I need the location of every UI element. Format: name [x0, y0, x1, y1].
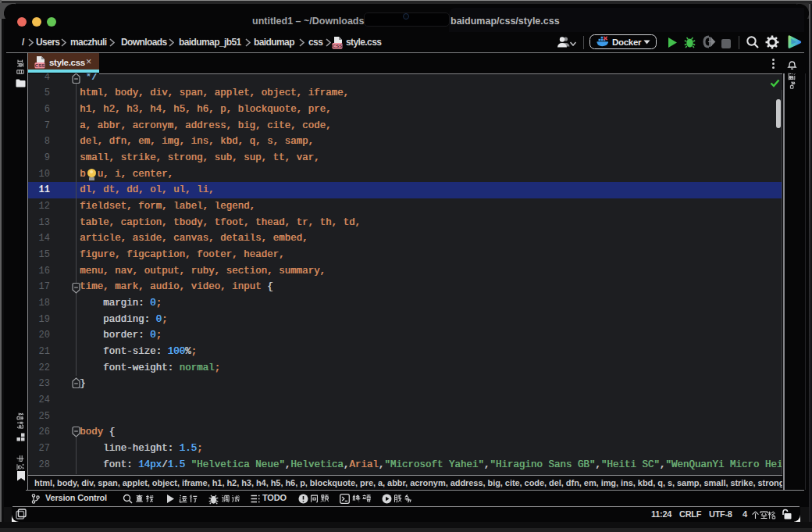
svg-text:CSS: CSS	[35, 63, 45, 68]
svg-text:CSS: CSS	[333, 44, 342, 48]
